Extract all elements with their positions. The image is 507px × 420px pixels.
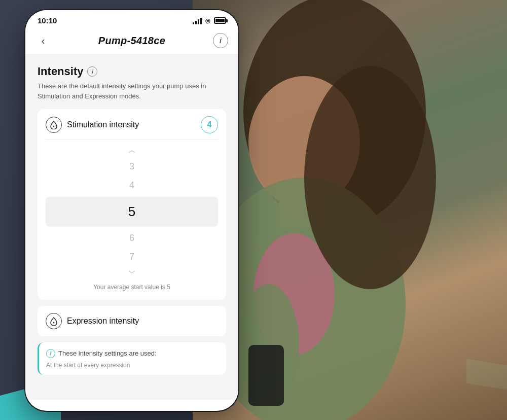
info-box-header: i These intensity settings are used: — [46, 348, 219, 359]
signal-bars-icon — [193, 17, 202, 24]
stimulation-value: 4 — [207, 120, 212, 129]
back-arrow-icon: ‹ — [42, 35, 45, 47]
battery-icon — [214, 17, 226, 24]
signal-bar-4 — [200, 18, 202, 24]
svg-point-5 — [304, 66, 436, 289]
picker-item-7[interactable]: 7 — [46, 248, 218, 266]
status-time: 10:10 — [38, 16, 57, 25]
picker-item-5-selected[interactable]: 5 — [46, 197, 218, 227]
intensity-description: These are the default intensity settings… — [38, 81, 226, 101]
intensity-section-header: Intensity i — [38, 65, 226, 78]
stimulation-drop-icon — [46, 117, 62, 133]
signal-bar-2 — [195, 21, 197, 24]
picker-down-arrow — [46, 266, 218, 277]
phone: 10:10 ⊜ ‹ Pump-5418ce i Intensity — [25, 10, 238, 411]
average-text: Your average start value is 5 — [46, 279, 218, 293]
info-box-icon: i — [46, 349, 55, 358]
info-box-subtitle: At the start of every expression — [46, 362, 219, 369]
stimulation-value-badge: 4 — [201, 116, 218, 133]
svg-point-9 — [53, 322, 55, 324]
expression-drop-icon — [46, 313, 62, 329]
phone-content: Intensity i These are the default intens… — [25, 55, 238, 400]
nav-bar: ‹ Pump-5418ce i — [25, 29, 238, 55]
picker-item-4[interactable]: 4 — [46, 176, 218, 195]
stimulation-intensity-card: Stimulation intensity 4 3 4 5 6 7 — [38, 109, 226, 300]
nav-info-button[interactable]: i — [213, 33, 228, 48]
stimulation-header-row: Stimulation intensity 4 — [46, 116, 218, 140]
expression-drop-svg — [50, 317, 58, 326]
back-button[interactable]: ‹ — [35, 33, 51, 48]
svg-point-8 — [53, 126, 55, 127]
picker-up-arrow — [46, 146, 218, 157]
intensity-info-label: i — [92, 68, 93, 75]
picker-item-3[interactable]: 3 — [46, 157, 218, 176]
chevron-up-icon — [128, 150, 136, 154]
svg-rect-7 — [248, 345, 284, 406]
nav-info-icon: i — [220, 37, 222, 45]
intensity-title: Intensity — [38, 65, 83, 78]
info-box: i These intensity settings are used: At … — [38, 342, 226, 375]
stimulation-left: Stimulation intensity — [46, 117, 139, 133]
expression-label: Expression intensity — [67, 317, 139, 326]
battery-fill — [215, 19, 225, 22]
stimulation-scroll-picker[interactable]: 3 4 5 6 7 — [46, 144, 218, 279]
status-icons: ⊜ — [193, 17, 226, 25]
woman-photo — [193, 0, 507, 420]
nav-title: Pump-5418ce — [98, 35, 165, 47]
signal-bar-3 — [198, 19, 199, 24]
chevron-down-icon — [128, 270, 136, 274]
wifi-icon: ⊜ — [205, 17, 211, 25]
expression-row: Expression intensity — [46, 313, 218, 329]
status-bar: 10:10 ⊜ — [25, 10, 238, 29]
info-box-title: These intensity settings are used: — [58, 348, 157, 359]
drop-svg — [50, 120, 58, 129]
picker-item-6[interactable]: 6 — [46, 229, 218, 248]
signal-bar-1 — [193, 22, 194, 24]
intensity-info-icon[interactable]: i — [87, 66, 97, 77]
expression-intensity-card: Expression intensity — [38, 306, 226, 336]
stimulation-label: Stimulation intensity — [67, 120, 139, 129]
